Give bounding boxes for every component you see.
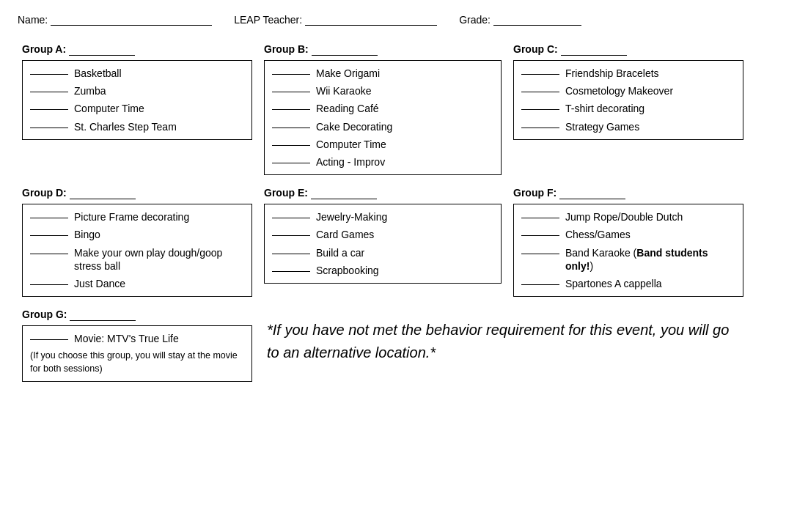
list-item: Picture Frame decorating <box>30 210 244 223</box>
name-field <box>51 13 212 26</box>
list-item: Just Dance <box>30 277 244 290</box>
group-g-section: Group G: Movie: MTV's True Life (If you … <box>18 304 260 389</box>
list-item: Spartones A cappella <box>521 277 735 290</box>
group-f-label: Group F: <box>513 187 743 199</box>
blank <box>521 254 559 254</box>
group-e-section: Group E: Jewelry-Making Card Games Build… <box>260 182 509 304</box>
list-item: Make Origami <box>272 67 493 80</box>
group-c-section: Group C: Friendship Bracelets Cosmetolog… <box>509 39 751 182</box>
blank <box>30 218 68 218</box>
group-d-section: Group D: Picture Frame decorating Bingo … <box>18 182 260 304</box>
teacher-field <box>305 13 437 26</box>
list-item: Cake Decorating <box>272 120 493 133</box>
blank <box>521 92 559 92</box>
blank <box>272 163 310 163</box>
blank <box>30 284 68 285</box>
blank <box>272 235 310 236</box>
group-b-label: Group B: <box>264 43 502 56</box>
list-item: Wii Karaoke <box>272 84 493 97</box>
list-item: Card Games <box>272 228 493 241</box>
blank <box>272 92 310 92</box>
blank <box>272 74 310 75</box>
list-item: T-shirt decorating <box>521 102 735 115</box>
group-g-note: (If you choose this group, you will stay… <box>30 350 244 375</box>
blank <box>30 254 68 254</box>
group-a-section: Group A: Basketball Zumba Computer Time … <box>18 39 260 182</box>
notice-section: *If you have not met the behavior requir… <box>260 304 751 372</box>
grade-label: Grade: <box>459 14 491 26</box>
blank <box>272 128 310 128</box>
group-f-box: Jump Rope/Double Dutch Chess/Games Band … <box>513 204 743 297</box>
blank <box>272 254 310 254</box>
list-item: Movie: MTV's True Life <box>30 332 244 345</box>
list-item: Band Karaoke (Band students only!) <box>521 246 735 273</box>
group-d-box: Picture Frame decorating Bingo Make your… <box>22 204 252 297</box>
blank <box>30 74 68 75</box>
blank <box>521 218 559 218</box>
group-c-label: Group C: <box>513 43 743 56</box>
group-a-box: Basketball Zumba Computer Time St. Charl… <box>22 60 252 140</box>
blank <box>30 109 68 110</box>
blank <box>521 235 559 236</box>
list-item: Basketball <box>30 67 244 80</box>
group-b-box: Make Origami Wii Karaoke Reading Café Ca… <box>264 60 502 175</box>
group-f-section: Group F: Jump Rope/Double Dutch Chess/Ga… <box>509 182 751 304</box>
name-label: Name: <box>18 14 48 26</box>
list-item: Acting - Improv <box>272 155 493 169</box>
teacher-label: LEAP Teacher: <box>234 14 302 26</box>
blank <box>272 218 310 218</box>
blank <box>30 339 68 340</box>
blank <box>521 128 559 128</box>
list-item: Strategy Games <box>521 120 735 133</box>
group-g-label: Group G: <box>22 309 252 321</box>
group-e-label: Group E: <box>264 187 502 199</box>
blank <box>521 74 559 75</box>
blank <box>521 109 559 110</box>
notice-text: *If you have not met the behavior requir… <box>267 319 736 364</box>
list-item: Jewelry-Making <box>272 210 493 223</box>
list-item: Zumba <box>30 84 244 97</box>
blank <box>272 109 310 110</box>
blank <box>272 271 310 272</box>
grade-field <box>493 13 581 26</box>
list-item: Friendship Bracelets <box>521 67 735 80</box>
list-item: Reading Café <box>272 102 493 115</box>
list-item: St. Charles Step Team <box>30 120 244 133</box>
list-item: Cosmetology Makeover <box>521 84 735 97</box>
blank <box>30 128 68 128</box>
group-g-box: Movie: MTV's True Life (If you choose th… <box>22 325 252 382</box>
list-item: Computer Time <box>272 138 493 151</box>
list-item: Scrapbooking <box>272 264 493 277</box>
list-item: Build a car <box>272 246 493 259</box>
group-b-section: Group B: Make Origami Wii Karaoke Readin… <box>260 39 509 182</box>
group-e-box: Jewelry-Making Card Games Build a car Sc… <box>264 204 502 284</box>
list-item: Make your own play dough/goop stress bal… <box>30 246 244 273</box>
group-c-box: Friendship Bracelets Cosmetology Makeove… <box>513 60 743 140</box>
list-item: Computer Time <box>30 102 244 115</box>
blank <box>30 235 68 236</box>
group-d-label: Group D: <box>22 187 252 199</box>
list-item: Chess/Games <box>521 228 735 241</box>
blank <box>30 92 68 92</box>
header: Name: LEAP Teacher: Grade: <box>18 13 768 26</box>
list-item: Bingo <box>30 228 244 241</box>
blank <box>521 284 559 285</box>
blank <box>272 145 310 146</box>
group-a-label: Group A: <box>22 43 252 56</box>
list-item: Jump Rope/Double Dutch <box>521 210 735 223</box>
